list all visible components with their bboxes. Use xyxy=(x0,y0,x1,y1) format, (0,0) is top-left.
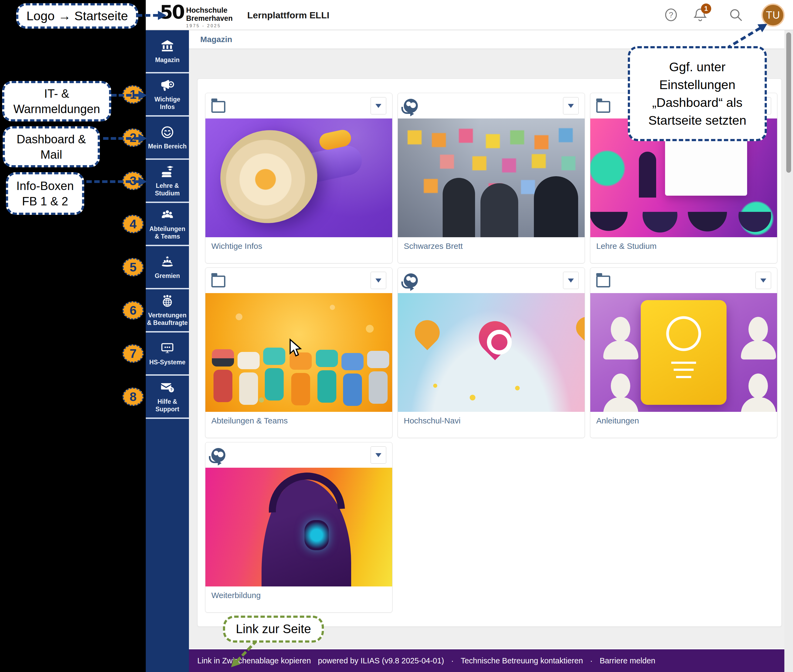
search-button[interactable] xyxy=(726,6,745,24)
card-thumbnail[interactable] xyxy=(590,293,777,412)
caret-down-icon xyxy=(375,104,381,108)
svg-text:?: ? xyxy=(170,387,173,392)
card-title-link[interactable]: Abteilungen & Teams xyxy=(211,416,288,425)
caret-down-icon xyxy=(375,278,381,283)
logo-wordmark: Hochschule Bremerhaven 1975 - 2025 xyxy=(186,3,233,28)
annotation-number-badge: 8 xyxy=(123,387,144,406)
footer-accessibility-link[interactable]: Barriere melden xyxy=(600,656,655,665)
sidebar-item-label: Vertretungen & Beauftragte xyxy=(147,312,188,326)
repository-card: Anleitungen xyxy=(590,267,777,438)
annotation-number-badge: 4 xyxy=(123,215,144,233)
sidebar-item[interactable]: 3 Lehre & Studium xyxy=(146,160,189,203)
sidebar-item-icon xyxy=(160,341,175,355)
repository-card: Wichtige Infos xyxy=(205,93,392,263)
object-type-icon xyxy=(404,274,418,287)
card-title-link[interactable]: Anleitungen xyxy=(596,416,639,425)
sidebar-item-label: Hilfe & Support xyxy=(147,398,188,413)
search-icon xyxy=(728,7,743,24)
card-header xyxy=(398,268,585,293)
scrollbar-track[interactable] xyxy=(784,30,793,672)
logo-name-line1: Hochschule xyxy=(186,6,233,14)
repository-card: Schwarzes Brett xyxy=(397,93,585,263)
sidebar-item[interactable]: 6 Vertretungen & Beauftragte xyxy=(146,289,189,333)
sidebar-item[interactable]: 7 HS-Systeme xyxy=(146,333,189,376)
card-grid: Wichtige Infos xyxy=(197,79,782,613)
breadcrumb-magazin-link[interactable]: Magazin xyxy=(200,35,232,44)
annotation-arrow-to-lehre-studium xyxy=(87,177,147,186)
card-thumbnail[interactable] xyxy=(398,293,585,412)
annotation-callout-settings-dashboard: Ggf. unter Einstellungen „Dashboard“ als… xyxy=(628,46,767,141)
notifications-button[interactable]: 1 xyxy=(691,6,710,24)
thumbnail-art xyxy=(611,317,630,342)
help-icon: ? xyxy=(663,7,679,24)
card-actions-dropdown[interactable] xyxy=(371,272,386,289)
card-title-link[interactable]: Schwarzes Brett xyxy=(404,242,463,250)
card-thumbnail[interactable] xyxy=(205,118,392,237)
page-title: Lernplattform ELLI xyxy=(247,0,329,30)
card-thumbnail[interactable] xyxy=(205,468,392,586)
annotation-callout-infoboxen: Info-Boxen FB 1 & 2 xyxy=(6,172,84,215)
card-title-link[interactable]: Weiterbildung xyxy=(211,591,261,600)
sidebar-item-icon xyxy=(160,254,175,269)
thumbnail-art xyxy=(639,152,656,198)
object-type-icon xyxy=(211,101,225,113)
card-title: Abteilungen & Teams xyxy=(205,412,392,430)
footer-powered-by: powered by ILIAS (v9.8 2025-04-01) xyxy=(318,656,444,665)
sidebar-item[interactable]: 1 Wichtige Infos xyxy=(146,74,189,117)
card-title-link[interactable]: Lehre & Studium xyxy=(596,242,657,250)
svg-text:?: ? xyxy=(669,10,673,19)
object-type-icon xyxy=(596,101,610,113)
card-title: Anleitungen xyxy=(590,412,777,430)
footer-support-link[interactable]: Technische Betreuung kontaktieren xyxy=(461,656,583,665)
help-button[interactable]: ? xyxy=(662,6,681,24)
annotation-callout-it-warnmeldungen: IT- & Warnmeldungen xyxy=(2,81,111,122)
mouse-cursor xyxy=(287,338,303,358)
content-panel: Wichtige Infos xyxy=(197,78,782,627)
sidebar-item-label: HS-Systeme xyxy=(149,359,186,366)
caret-down-icon xyxy=(760,278,766,283)
scrollbar-thumb[interactable] xyxy=(786,32,791,173)
object-type-icon xyxy=(211,275,225,287)
annotation-callout-link-zur-seite: Link zur Seite xyxy=(223,616,324,643)
sidebar-item-label: Gremien xyxy=(155,272,180,280)
card-thumbnail[interactable] xyxy=(398,118,585,237)
sidebar-item-icon xyxy=(160,294,175,309)
logo-link[interactable]: 50 Hochschule Bremerhaven 1975 - 2025 xyxy=(160,3,233,28)
annotated-screenshot: 50 Hochschule Bremerhaven 1975 - 2025 Le… xyxy=(0,0,793,672)
sidebar-item-icon xyxy=(160,38,175,53)
card-actions-dropdown[interactable] xyxy=(371,446,386,464)
card-title: Schwarzes Brett xyxy=(398,237,585,255)
annotation-callout-logo: Logo → Startseite xyxy=(16,3,138,29)
card-actions-dropdown[interactable] xyxy=(371,97,386,114)
card-title: Lehre & Studium xyxy=(590,237,777,255)
sidebar-item[interactable]: Magazin xyxy=(146,30,189,74)
annotation-arrow-to-wichtige-infos xyxy=(111,91,147,100)
app-header: 50 Hochschule Bremerhaven 1975 - 2025 Le… xyxy=(146,0,793,30)
card-actions-dropdown[interactable] xyxy=(563,272,579,289)
thumbnail-art xyxy=(210,120,327,234)
sidebar-item[interactable]: 8 ? Hilfe & Support xyxy=(146,376,189,419)
card-title-link[interactable]: Hochschul-Navi xyxy=(404,416,460,425)
sidebar-item[interactable]: 4 Abteilungen & Teams xyxy=(146,203,189,246)
caret-down-icon xyxy=(375,453,381,457)
annotation-callout-dashboard-mail: Dashboard & Mail xyxy=(3,126,100,167)
annotation-arrow-to-logo xyxy=(137,11,167,20)
footer-separator-dot: · xyxy=(451,656,454,665)
card-title-link[interactable]: Wichtige Infos xyxy=(211,242,262,250)
sidebar-item[interactable]: 2 Mein Bereich xyxy=(146,117,189,160)
object-type-icon xyxy=(211,448,225,462)
footer-bar: Link in Zwischenablage kopieren powered … xyxy=(189,648,784,672)
sidebar-item-icon: ? xyxy=(160,380,175,395)
sidebar-item-label: Mein Bereich xyxy=(148,143,186,150)
card-actions-dropdown[interactable] xyxy=(756,272,771,289)
card-actions-dropdown[interactable] xyxy=(563,97,579,114)
annotation-number-badge: 7 xyxy=(123,344,144,363)
sidebar-item[interactable]: 5 Gremien xyxy=(146,246,189,289)
card-header xyxy=(590,268,777,293)
card-title: Wichtige Infos xyxy=(205,237,392,255)
sidebar-item-icon xyxy=(160,125,175,139)
annotation-number-badge: 6 xyxy=(123,301,144,320)
annotation-number-badge: 5 xyxy=(123,258,144,276)
object-type-icon xyxy=(404,99,418,113)
footer-copy-link[interactable]: Link in Zwischenablage kopieren xyxy=(197,656,311,665)
